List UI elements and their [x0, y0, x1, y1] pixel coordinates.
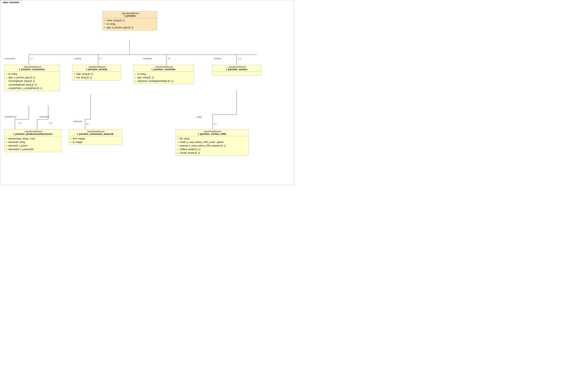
attr-row: +type: string [0..1] [135, 76, 192, 79]
stereotype: _OpenDriveElement [177, 130, 247, 133]
attr-row: +high: string [0..1] [74, 72, 119, 76]
attr-row: +zScale: double [0..1] [177, 151, 247, 155]
stereotype: _OpenDriveElement [6, 130, 60, 133]
classname: t_junction_connection_laneLink [70, 133, 120, 135]
attr-row: +sequence: nonNegativeInteger [0..1] [135, 79, 192, 83]
box-t-junction: _OpenDriveElement t_junction +name: stri… [103, 11, 157, 31]
header: _OpenDriveElement t_junction_surface_CRG [176, 130, 248, 136]
classname: t_junction_controller [135, 68, 192, 71]
attr-row: +to: integer [70, 141, 120, 144]
box-t-junction-connection-header: _OpenDriveElement t_junction_connection [4, 65, 60, 72]
header: _OpenDriveElement t_junction_predecessor… [4, 130, 61, 136]
header: _OpenDriveElement t_junction_connection_… [69, 130, 122, 136]
header: _OpenDriveElement t_junction_controller [133, 65, 194, 72]
box-t-junction-lanelink: _OpenDriveElement t_junction_connection_… [69, 129, 122, 145]
label-controller-mult: 0..* [168, 57, 171, 60]
label-surface-mult: 0..1 [238, 57, 241, 60]
body: +elementType: string = road +elementId: … [4, 136, 61, 152]
attr-row: +name: string [0..1] [104, 19, 156, 22]
stereotype: _OpenDriveElement [135, 66, 192, 68]
stereotype: _OpenDriveElement [6, 66, 58, 68]
classname: t_junction_surface [214, 68, 260, 71]
diagram-container: class Junction [0, 0, 294, 185]
classname: t_junction_priority [74, 68, 119, 71]
label-lanelink-role: +laneLink [73, 120, 82, 123]
box-t-junction-connection: _OpenDriveElement t_junction_connection … [4, 65, 60, 91]
label-controller-role: +controller [142, 57, 152, 60]
label-predecessor-role: +predecessor [4, 116, 17, 118]
attr-row: +elementType: string = road [6, 137, 60, 141]
attr-row: +file: string [177, 137, 247, 141]
stereotype: _OpenDriveElement [70, 130, 120, 133]
attr-row: -contactPoint: e_contactPoint [0..1] [6, 87, 58, 90]
body: +id: string +type: e_junction_type [0..1… [4, 72, 60, 91]
box-t-junction-header: _OpenDriveElement t_junction [103, 11, 157, 18]
box-t-junction-priority: _OpenDriveElement t_junction_priority +h… [72, 65, 121, 80]
label-crg-role: +CRG [196, 116, 202, 118]
box-t-junction-surface-crg: _OpenDriveElement t_junction_surface_CRG… [176, 129, 249, 156]
attr-row: +zOffset: double [0..1] [177, 148, 247, 151]
body: +from: integer +to: integer [69, 136, 122, 145]
label-connection-role: +connection [4, 57, 15, 60]
classname-t-junction: t_junction [104, 14, 156, 17]
attr-row: -connectingRoad: string [0..1] [6, 83, 58, 87]
label-priority-mult: 0..* [99, 57, 103, 60]
label-lanelink-mult: 0..* [86, 123, 90, 125]
attr-row: +id: string [104, 22, 156, 26]
classname: t_junction_predecessorSuccessor [6, 133, 60, 135]
attr-row: +low: string [0..1] [74, 76, 119, 79]
attr-row: +type: e_junction_type [0..1] [104, 26, 156, 29]
label-successor-mult: 0..1 [49, 122, 52, 124]
label-successor-role: +successor [39, 116, 49, 118]
header: _OpenDriveElement t_junction_surface [212, 65, 261, 72]
attr-row: +id: string [6, 72, 58, 76]
attr-row: +purpose: e_road_surface_CRG_purpose [0.… [177, 144, 247, 147]
label-predecessor-mult: 0..1 [19, 122, 22, 124]
stereotype: _OpenDriveElement [74, 66, 119, 68]
attr-row: +mode: e_road_surface_CRG_mode = global [177, 141, 247, 144]
label-priority-role: +priority [74, 57, 81, 60]
label-connection-mult: 1..* [30, 57, 33, 60]
classname: t_junction_connection [6, 68, 58, 71]
classname: t_junction_surface_CRG [177, 133, 247, 135]
body [212, 72, 261, 75]
attr-row: +id: string [135, 72, 192, 76]
attr-row: +elementId: string [6, 141, 60, 144]
stereotype-t-junction: _OpenDriveElement [104, 12, 156, 14]
box-t-junction-body: +name: string [0..1] +id: string +type: … [103, 18, 157, 30]
stereotype: _OpenDriveElement [214, 66, 260, 68]
body: +file: string +mode: e_road_surface_CRG_… [176, 136, 248, 155]
body: +high: string [0..1] +low: string [0..1] [72, 72, 121, 80]
label-surface-role: +surface [213, 57, 221, 60]
box-t-junction-controller: _OpenDriveElement t_junction_controller … [133, 65, 194, 84]
box-t-junction-surface: _OpenDriveElement t_junction_surface [212, 65, 261, 75]
attr-row: +from: integer [70, 137, 120, 141]
header: _OpenDriveElement t_junction_priority [72, 65, 121, 72]
attr-row: +elementDir: e_elementDir [6, 148, 60, 151]
attr-row: +elementS: t_grZero [6, 144, 60, 147]
body: +id: string +type: string [0..1] +sequen… [133, 72, 194, 84]
attr-row: +type: e_junction_type [0..1] [6, 76, 58, 79]
diagram-title: class Junction [0, 0, 21, 4]
attr-row: -incomingRoad: string [0..1] [6, 79, 58, 83]
label-crg-mult: 0..* [214, 123, 217, 125]
box-t-junction-predecessorsuccessor: _OpenDriveElement t_junction_predecessor… [4, 129, 62, 152]
